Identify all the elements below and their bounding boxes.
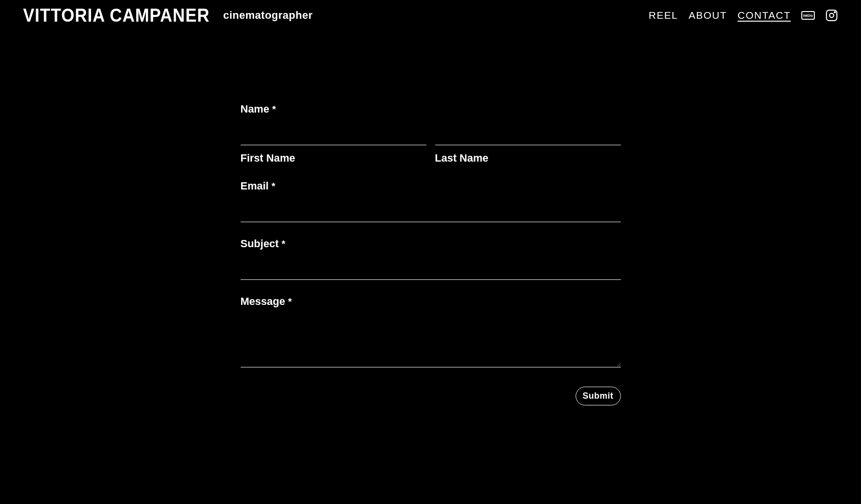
main-nav: REEL ABOUT CONTACT IMDb [649,9,838,22]
subject-label: Subject * [241,238,621,250]
email-label: Email * [241,180,621,192]
name-label-text: Name [241,103,270,115]
subject-group: Subject * [241,238,621,280]
name-row: First Name Last Name [241,127,621,164]
imdb-link[interactable]: IMDb [801,11,815,20]
svg-point-2 [834,12,835,13]
brand-subtitle: cinematographer [223,9,313,22]
message-label-text: Message [241,295,285,307]
name-label: Name * [241,103,621,115]
instagram-link[interactable] [825,9,838,22]
contact-form-container: Name * First Name Last Name Email * [231,103,630,405]
nav-about[interactable]: ABOUT [689,10,727,21]
submit-button[interactable]: Submit [576,387,621,405]
first-name-col: First Name [241,127,426,164]
message-group: Message * [241,295,621,369]
subject-input[interactable] [241,262,621,280]
nav-contact[interactable]: CONTACT [738,10,791,21]
imdb-icon: IMDb [801,11,815,20]
submit-row: Submit [241,387,621,405]
subject-label-text: Subject [241,238,279,250]
email-input[interactable] [241,204,621,222]
email-group: Email * [241,180,621,222]
brand-name[interactable]: VITTORIA CAMPANER [23,5,210,26]
first-name-input[interactable] [241,127,426,145]
contact-form: Name * First Name Last Name Email * [241,103,621,405]
required-marker: * [271,181,275,191]
svg-point-1 [830,13,834,18]
required-marker: * [282,239,285,249]
last-name-sublabel: Last Name [435,152,621,164]
first-name-sublabel: First Name [241,152,426,164]
last-name-col: Last Name [435,127,621,164]
required-marker: * [288,296,292,307]
email-label-text: Email [241,180,269,192]
message-textarea[interactable] [241,319,621,367]
instagram-icon [825,9,838,22]
nav-reel[interactable]: REEL [649,10,678,21]
required-marker: * [272,104,276,114]
header: VITTORIA CAMPANER cinematographer REEL A… [0,0,861,31]
message-label: Message * [241,295,621,308]
last-name-input[interactable] [435,127,621,145]
name-group: Name * First Name Last Name [241,103,621,164]
